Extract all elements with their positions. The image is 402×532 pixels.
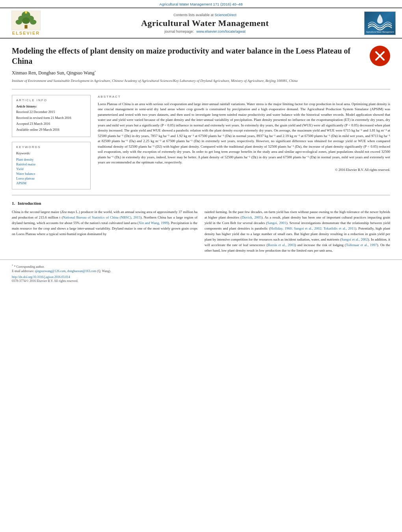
ref-sangoi-2001[interactable]: Sangoi, 2001 <box>267 221 286 225</box>
section-title: Introduction <box>18 201 41 206</box>
received-date: Received 22 December 2015 <box>16 110 86 115</box>
copyright-text: © 2016 Elsevier B.V. All rights reserved… <box>98 168 390 172</box>
keywords-header: KEYWORDS <box>16 145 41 149</box>
header-center: Contents lists available at ScienceDirec… <box>46 13 364 33</box>
journal-citation-bar: Agricultural Water Management 171 (2016)… <box>0 0 402 7</box>
issn-line: 0378-3774/© 2016 Elsevier B.V. All right… <box>12 279 111 283</box>
elsevier-tree-icon <box>10 11 42 30</box>
article-info-label: ARTICLE INFO <box>16 98 86 102</box>
article-affiliation: Institute of Environment and Sustainable… <box>12 78 390 83</box>
keyword-item-4: Water balance <box>16 172 86 176</box>
article-title-area: Modeling the effects of plant density on… <box>12 46 390 66</box>
article-info-column: ARTICLE INFO Article history: Received 2… <box>12 95 91 189</box>
footer-area: * * Corresponding author. E-mail address… <box>0 260 402 287</box>
introduction-columns: China is the second largest maize (Zea m… <box>12 209 390 254</box>
keyword-item-1: Plant density <box>16 158 86 161</box>
accepted-date: Accepted 23 March 2016 <box>16 122 86 126</box>
keywords-subheader: Keywords: <box>16 151 86 156</box>
svg-rect-7 <box>24 25 27 28</box>
corresponding-note: * * Corresponding author. <box>12 264 111 269</box>
journal-logo-icon: Agricultural Water Management <box>366 12 394 34</box>
ref-borras[interactable]: Borrás et al., 2003 <box>268 243 295 247</box>
article-info-box: ARTICLE INFO Article history: Received 2… <box>12 95 91 137</box>
doi-link[interactable]: http://dx.doi.org/10.1016/j.agwat.2016.0… <box>12 275 70 279</box>
revised-date: Received in revised form 21 March 2016 <box>16 116 86 120</box>
contents-available: Contents lists available at ScienceDirec… <box>46 13 364 17</box>
homepage-label: journal homepage: <box>164 30 194 33</box>
email1-link[interactable]: qingsuowang@126.com <box>35 269 66 273</box>
footer-content: * * Corresponding author. E-mail address… <box>12 264 390 283</box>
ref-duvick[interactable]: Duvick, 2005 <box>242 215 261 219</box>
abstract-label: ABSTRACT <box>98 95 390 98</box>
svg-point-6 <box>30 20 36 25</box>
abstract-column: ABSTRACT Loess Plateau of China is an ar… <box>98 95 390 189</box>
ref-sangoi-2002[interactable]: Sangoi et al., 2002 <box>341 237 368 241</box>
svg-point-9 <box>25 11 27 13</box>
ref-xin-wang[interactable]: Xin and Wang, 1999 <box>139 221 168 225</box>
article-authors: Xinmao Ren, Dongbao Sun, Qingsuo Wang* <box>12 70 390 76</box>
crossmark-badge <box>370 46 390 66</box>
keyword-item-2: Rainfed maize <box>16 162 86 166</box>
email-suffix-text: (Q. Wang). <box>97 269 111 273</box>
corresponding-label-text: * Corresponding author. <box>14 265 45 269</box>
svg-text:Agricultural Water Management: Agricultural Water Management <box>366 31 394 33</box>
sciencedirect-link[interactable]: ScienceDirect <box>215 13 237 17</box>
homepage-line: journal homepage: www.elsevier.com/locat… <box>46 30 364 33</box>
article-history-label: Article history: <box>16 104 86 109</box>
section-number: 1. <box>12 201 15 206</box>
ref-nbsc[interactable]: National Bureau of Statistics of China (… <box>63 215 140 219</box>
footer-left: * * Corresponding author. E-mail address… <box>12 264 111 283</box>
journal-name: Agricultural Water Management <box>46 18 364 28</box>
keyword-item-5: Loess plateau <box>16 176 86 180</box>
doi-line: http://dx.doi.org/10.1016/j.agwat.2016.0… <box>12 274 111 279</box>
homepage-url[interactable]: www.elsevier.com/locate/agwat <box>196 30 246 33</box>
email2-link[interactable]: dongbaosun@163.com <box>67 269 96 273</box>
introduction-heading-area: 1. Introduction <box>12 201 390 206</box>
header-divider <box>12 89 390 89</box>
elsevier-wordmark: ELSEVIER <box>12 31 40 35</box>
content-divider <box>12 195 390 195</box>
introduction-right-col: rainfed farming. In the past few decades… <box>205 209 390 254</box>
svg-point-4 <box>16 20 22 25</box>
introduction-right-text: rainfed farming. In the past few decades… <box>205 209 390 254</box>
introduction-left-col: China is the second largest maize (Zea m… <box>12 209 197 254</box>
keywords-box: ARTICLE INFO KEYWORDS Keywords: Plant de… <box>12 142 91 189</box>
elsevier-logo: ELSEVIER <box>6 11 46 35</box>
keywords-label-text: Keywords: <box>16 151 31 155</box>
ref-holliday[interactable]: Holliday, 1960; Sangoi et al., 2002; Tok… <box>270 226 355 230</box>
article-info-abstract-section: ARTICLE INFO Article history: Received 2… <box>12 95 390 189</box>
introduction-left-text: China is the second largest maize (Zea m… <box>12 209 197 237</box>
email-label-text: E-mail addresses: <box>12 269 34 273</box>
keywords-label: ARTICLE INFO KEYWORDS <box>16 145 86 149</box>
history-label-text: Article history: <box>16 104 37 108</box>
available-date: Available online 29 March 2016 <box>16 128 86 132</box>
email-line: E-mail addresses: qingsuowang@126.com, d… <box>12 269 111 273</box>
keyword-item-6: APSIM <box>16 181 86 185</box>
abstract-text: Loess Plateau of China is an area with s… <box>98 102 390 165</box>
journal-logo-right: Agricultural Water Management <box>364 11 396 35</box>
crossmark-icon <box>374 50 386 62</box>
journal-header: ELSEVIER Contents lists available at Sci… <box>0 7 402 39</box>
journal-citation-text: Agricultural Water Management 171 (2016)… <box>160 2 243 6</box>
main-content: Modeling the effects of plant density on… <box>0 46 402 253</box>
contents-text: Contents lists available at <box>173 13 214 17</box>
authors-text: Xinmao Ren, Dongbao Sun, Qingsuo Wang* <box>12 70 96 76</box>
ref-tollenaar[interactable]: Tollenaar et al., 1997 <box>346 243 377 247</box>
article-title: Modeling the effects of plant density on… <box>12 46 390 66</box>
keyword-item-3: Yield <box>16 167 86 171</box>
svg-point-5 <box>22 17 30 24</box>
